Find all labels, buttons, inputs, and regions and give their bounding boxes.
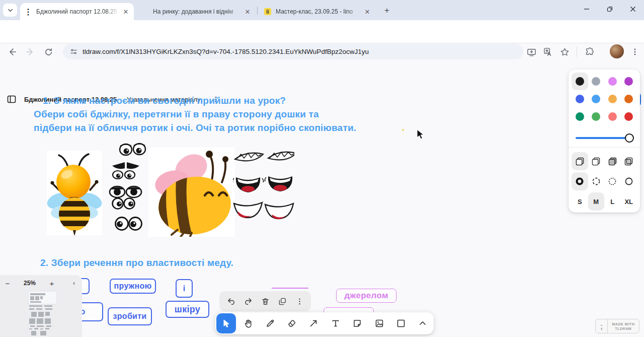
mouth-smile-1 <box>234 203 262 218</box>
tldraw-logo-icon: ; <box>596 319 608 333</box>
tldraw-watermark[interactable]: ; MADE WITH TLDRAW <box>595 319 639 333</box>
new-tab-button[interactable]: + <box>381 5 392 16</box>
minimize-icon <box>584 6 590 12</box>
task1-text-line2[interactable]: Обери собі бджілку, перетягни її в праву… <box>34 109 319 120</box>
swatch <box>592 77 600 86</box>
collapse-minimap-button[interactable]: ‹ <box>66 280 82 287</box>
color-violet[interactable] <box>621 73 637 90</box>
tab-close-icon[interactable]: ✕ <box>244 8 252 16</box>
bee-image-1[interactable] <box>47 151 102 235</box>
dash-solid-button[interactable] <box>621 172 637 190</box>
fill-semi-button[interactable] <box>588 152 605 170</box>
hand-icon <box>244 319 253 328</box>
asset-tool[interactable] <box>369 313 389 333</box>
zoom-out-button[interactable]: − <box>0 279 15 288</box>
window-minimize-button[interactable] <box>576 0 598 18</box>
rectangle-tool[interactable] <box>391 313 411 333</box>
bee-image-2[interactable] <box>148 147 235 237</box>
arrow-tool[interactable] <box>304 313 324 333</box>
slider-thumb[interactable] <box>625 133 634 143</box>
size-xl-button[interactable]: XL <box>621 192 637 211</box>
size-label: S <box>578 198 582 206</box>
color-green[interactable] <box>572 108 588 125</box>
more-tools-button[interactable] <box>413 313 433 333</box>
image-icon <box>375 319 384 328</box>
mouths-stickers[interactable] <box>233 150 294 220</box>
window-close-button[interactable] <box>622 0 644 18</box>
text-tool[interactable] <box>326 313 345 333</box>
color-orange[interactable] <box>621 90 637 108</box>
sidebar-icon <box>7 95 16 104</box>
dash-dashed-button[interactable] <box>588 172 605 190</box>
word-box[interactable]: шкіру <box>166 301 209 318</box>
tab-market[interactable]: На ринку: додавання і віднім ✕ <box>137 3 256 20</box>
color-light-red[interactable] <box>604 108 621 125</box>
fill-solid-icon <box>608 157 617 166</box>
actions-menu-button[interactable] <box>292 294 306 308</box>
tab-lino[interactable]: li Мастер-клас, 23.09.25 - lino ✕ <box>260 3 375 20</box>
color-yellow[interactable] <box>604 90 621 108</box>
eyes-googly <box>113 198 135 209</box>
mouse-cursor-icon <box>417 129 425 140</box>
color-black[interactable] <box>572 73 588 90</box>
fill-none-button[interactable] <box>572 152 588 170</box>
zoom-level[interactable]: 25% <box>15 280 44 287</box>
task2-text[interactable]: 2. Збери речення про властивості меду. <box>40 257 233 268</box>
tab-close-icon[interactable]: ✕ <box>363 8 371 16</box>
color-grey[interactable] <box>588 73 605 90</box>
tab-close-icon[interactable]: ✕ <box>122 8 130 16</box>
color-light-green[interactable] <box>588 108 605 125</box>
eyes-side-glance <box>116 218 142 230</box>
zoom-in-button[interactable]: + <box>44 279 59 288</box>
word-box[interactable]: пружною <box>110 279 156 294</box>
word-box-magenta[interactable]: джерелом <box>336 289 396 303</box>
swatch <box>576 112 584 121</box>
swatch <box>592 95 600 103</box>
size-m-button[interactable]: M <box>588 192 605 211</box>
eyes-stickers[interactable] <box>103 142 146 233</box>
swatch <box>624 112 633 121</box>
word-box[interactable]: і <box>176 279 193 298</box>
duplicate-icon <box>278 297 287 306</box>
select-tool[interactable] <box>216 313 236 333</box>
color-light-violet[interactable] <box>604 73 621 90</box>
window-restore-button[interactable] <box>599 0 621 18</box>
eyes-angry <box>112 162 139 169</box>
delete-button[interactable] <box>258 294 272 308</box>
fill-pattern-button[interactable] <box>621 152 637 170</box>
dash-draw-button[interactable] <box>572 172 588 190</box>
fill-solid-button[interactable] <box>604 152 621 170</box>
task1-text-line1[interactable]: 1. З яким настроєм ви сьогодні прийшли н… <box>43 95 286 106</box>
lino-favicon-icon: li <box>264 8 272 16</box>
fill-pattern-icon <box>624 157 633 166</box>
eraser-icon <box>287 319 296 328</box>
eyes-worried <box>113 171 135 179</box>
color-light-blue[interactable] <box>588 90 605 108</box>
sidebar-toggle-button[interactable] <box>7 95 16 106</box>
eraser-tool[interactable] <box>282 313 301 333</box>
dash-dashed-icon <box>592 177 601 186</box>
minimap[interactable] <box>0 289 82 337</box>
note-icon <box>353 319 362 328</box>
style-panel: S M L XL <box>569 70 640 213</box>
swatch <box>608 95 617 103</box>
tab-search-button[interactable] <box>3 4 17 17</box>
dash-draw-icon <box>575 177 584 186</box>
hand-tool[interactable] <box>238 313 258 333</box>
note-tool[interactable] <box>347 313 367 333</box>
redo-button[interactable] <box>241 294 255 308</box>
task1-text-line3[interactable]: підбери на її обличчя ротик і очі. Очі т… <box>34 122 356 133</box>
tool-bar <box>215 312 434 334</box>
watermark-line2: TLDRAW <box>615 326 632 331</box>
tab-bee-passport[interactable]: ⋮ Бджолиний паспорт 12.08.25 ✕ <box>20 3 134 20</box>
dash-dotted-button[interactable] <box>604 172 621 190</box>
opacity-slider[interactable] <box>576 133 633 143</box>
size-l-button[interactable]: L <box>604 192 621 211</box>
color-blue[interactable] <box>572 90 588 108</box>
color-red[interactable] <box>621 108 637 125</box>
draw-tool[interactable] <box>260 313 280 333</box>
word-box[interactable]: зробити <box>108 307 152 325</box>
size-s-button[interactable]: S <box>572 192 588 211</box>
duplicate-button[interactable] <box>275 294 289 308</box>
undo-button[interactable] <box>224 294 238 308</box>
